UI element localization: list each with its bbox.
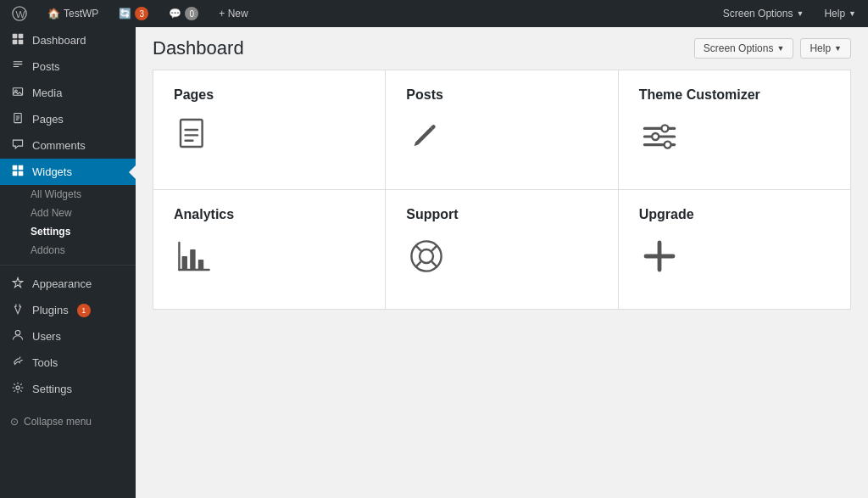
active-arrow [129,165,136,179]
screen-options-bar[interactable]: Screen Options ▼ [718,0,810,27]
svg-rect-10 [19,165,24,171]
sidebar-sub-addons[interactable]: Addons [0,241,136,260]
pages-icon [10,112,25,126]
svg-point-26 [664,142,670,148]
sidebar-divider [0,265,136,266]
svg-point-34 [420,249,433,263]
sidebar-item-widgets[interactable]: Widgets [0,159,136,185]
dashboard-icon [10,33,25,48]
svg-rect-5 [19,40,24,45]
pages-card-icon [174,113,364,157]
page-title: Dashboard [153,37,244,59]
widget-card-pages[interactable]: Pages [153,70,385,189]
widget-card-posts[interactable]: Posts [386,70,617,189]
svg-text:W: W [16,8,25,20]
sidebar-item-users[interactable]: Users [0,323,136,350]
sidebar-item-media[interactable]: Media [0,80,136,106]
chevron-down-icon: ▼ [849,9,856,18]
header-buttons: Screen Options ▼ Help ▼ [694,38,851,59]
admin-bar: W 🏠 TestWP 🔄 3 💬 0 + New Screen Options … [0,0,868,27]
svg-point-13 [15,330,20,335]
help-button[interactable]: Help ▼ [800,38,851,59]
upgrade-card-icon [639,232,830,277]
settings-icon [10,382,25,396]
sidebar-sub-settings[interactable]: Settings [0,222,136,241]
wp-logo[interactable]: W [7,0,32,27]
collapse-menu[interactable]: ⊙ Collapse menu [0,409,136,434]
svg-rect-15 [181,120,203,147]
svg-line-38 [432,261,437,266]
chevron-down-icon: ▼ [776,44,784,53]
users-icon [10,329,25,344]
svg-rect-4 [13,40,18,45]
content-header: Dashboard Screen Options ▼ Help ▼ [136,27,868,66]
collapse-icon: ⊙ [10,416,19,428]
plugins-badge: 1 [77,304,91,317]
sidebar-item-appearance[interactable]: Appearance [0,271,136,297]
sidebar-sub-all-widgets[interactable]: All Widgets [0,185,136,204]
widget-card-analytics[interactable]: Analytics [153,190,385,309]
main-content: Dashboard Screen Options ▼ Help ▼ Pages [136,27,868,498]
updates[interactable]: 🔄 3 [114,0,153,27]
svg-rect-12 [19,171,24,176]
svg-rect-29 [182,256,187,270]
comments-icon [10,138,25,153]
plugins-icon [10,303,25,317]
sidebar-item-tools[interactable]: Tools [0,350,136,376]
support-card-icon [406,232,597,277]
svg-rect-30 [190,249,195,270]
posts-card-icon [406,113,597,157]
sidebar-item-plugins[interactable]: Plugins 1 [0,297,136,323]
widget-card-upgrade[interactable]: Upgrade [619,190,850,309]
sidebar-sub-add-new[interactable]: Add New [0,204,136,222]
svg-line-35 [416,245,421,250]
analytics-card-icon [174,232,364,277]
screen-options-button[interactable]: Screen Options ▼ [694,38,794,59]
svg-rect-11 [13,171,18,176]
sidebar-item-dashboard[interactable]: Dashboard [0,27,136,53]
chevron-down-icon: ▼ [834,44,842,53]
appearance-icon [10,277,25,291]
sidebar: Dashboard Posts Media Pages Comments [0,27,136,498]
chevron-down-icon: ▼ [796,9,804,18]
media-icon [10,86,25,100]
sidebar-item-posts[interactable]: Posts [0,53,136,80]
sidebar-item-settings[interactable]: Settings [0,376,136,402]
svg-rect-3 [19,34,24,39]
widgets-icon [10,165,25,179]
new-content[interactable]: + New [214,0,253,27]
sidebar-item-comments[interactable]: Comments [0,132,136,159]
svg-rect-2 [13,34,18,39]
svg-point-14 [16,386,19,389]
svg-line-37 [416,261,421,266]
svg-point-23 [652,133,659,140]
svg-rect-31 [198,260,203,270]
svg-line-36 [432,245,437,250]
posts-icon [10,59,25,74]
widget-card-theme-customizer[interactable]: Theme Customizer [619,70,850,189]
svg-point-20 [661,125,668,131]
widget-card-support[interactable]: Support [386,190,617,309]
svg-rect-9 [13,165,18,171]
help-bar[interactable]: Help ▼ [819,0,861,27]
site-name[interactable]: 🏠 TestWP [42,0,103,27]
tools-icon [10,355,25,370]
widget-grid: Pages Posts [153,70,851,310]
theme-customizer-card-icon [639,113,830,157]
sidebar-item-pages[interactable]: Pages [0,106,136,132]
comments-bar[interactable]: 💬 0 [164,0,203,27]
